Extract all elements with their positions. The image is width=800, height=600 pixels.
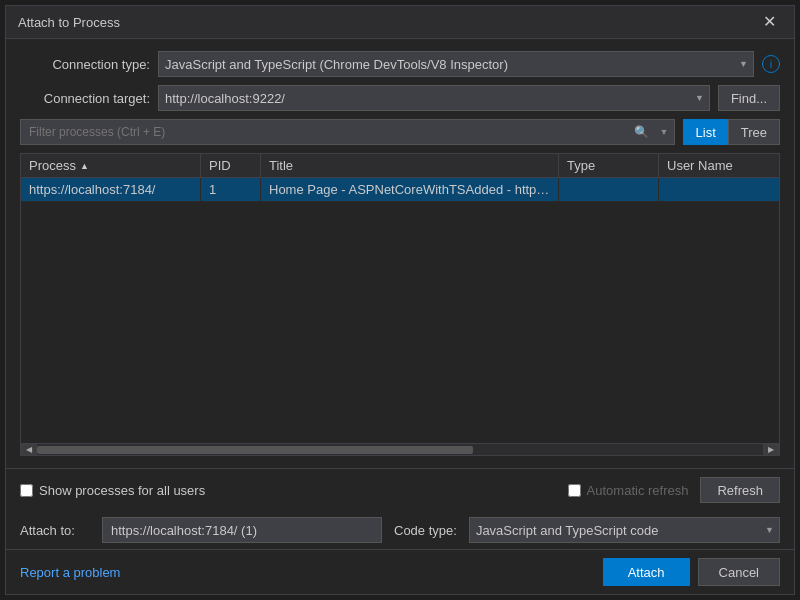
- refresh-button[interactable]: Refresh: [700, 477, 780, 503]
- attach-to-process-dialog: Attach to Process ✕ Connection type: Jav…: [5, 5, 795, 595]
- col-username: User Name: [659, 154, 779, 177]
- bottom-bar: Show processes for all users Automatic r…: [6, 468, 794, 511]
- horizontal-scrollbar: ◀ ▶: [21, 443, 779, 455]
- show-all-users-checkbox[interactable]: [20, 484, 33, 497]
- scroll-left-button[interactable]: ◀: [21, 444, 37, 456]
- cell-username: [659, 178, 779, 201]
- scroll-right-button[interactable]: ▶: [763, 444, 779, 456]
- connection-type-label: Connection type:: [20, 57, 150, 72]
- close-button[interactable]: ✕: [757, 12, 782, 32]
- find-button[interactable]: Find...: [718, 85, 780, 111]
- table-body: https://localhost:7184/ 1 Home Page - AS…: [21, 178, 779, 443]
- connection-target-select-wrapper: http://localhost:9222/: [158, 85, 710, 111]
- code-type-label: Code type:: [394, 523, 457, 538]
- cell-pid: 1: [201, 178, 261, 201]
- connection-type-select-wrapper: JavaScript and TypeScript (Chrome DevToo…: [158, 51, 754, 77]
- dialog-content: Connection type: JavaScript and TypeScri…: [6, 39, 794, 468]
- col-type: Type: [559, 154, 659, 177]
- cancel-button[interactable]: Cancel: [698, 558, 780, 586]
- view-buttons: List Tree: [683, 119, 780, 145]
- auto-refresh-checkbox[interactable]: [568, 484, 581, 497]
- col-pid: PID: [201, 154, 261, 177]
- show-all-users-wrapper: Show processes for all users: [20, 483, 205, 498]
- connection-type-select[interactable]: JavaScript and TypeScript (Chrome DevToo…: [158, 51, 754, 77]
- scrollbar-thumb: [37, 446, 473, 454]
- sort-ascending-icon: ▲: [80, 161, 89, 171]
- connection-target-row: Connection target: http://localhost:9222…: [20, 85, 780, 111]
- dialog-title: Attach to Process: [18, 15, 120, 30]
- search-icon: 🔍: [634, 125, 649, 139]
- footer: Report a problem Attach Cancel: [6, 549, 794, 594]
- list-view-button[interactable]: List: [683, 119, 728, 145]
- col-process: Process ▲: [21, 154, 201, 177]
- show-all-users-label: Show processes for all users: [39, 483, 205, 498]
- connection-target-select[interactable]: http://localhost:9222/: [158, 85, 710, 111]
- filter-view-row: 🔍 ▼ List Tree: [20, 119, 780, 145]
- code-type-select-wrapper: JavaScript and TypeScript code: [469, 517, 780, 543]
- info-icon[interactable]: i: [762, 55, 780, 73]
- cell-process: https://localhost:7184/: [21, 178, 201, 201]
- tree-view-button[interactable]: Tree: [728, 119, 780, 145]
- col-title: Title: [261, 154, 559, 177]
- cell-type: [559, 178, 659, 201]
- connection-target-label: Connection target:: [20, 91, 150, 106]
- scrollbar-track[interactable]: [37, 446, 763, 454]
- connection-type-row: Connection type: JavaScript and TypeScri…: [20, 51, 780, 77]
- attach-to-row: Attach to: Code type: JavaScript and Typ…: [6, 511, 794, 549]
- footer-buttons: Attach Cancel: [603, 558, 780, 586]
- table-row[interactable]: https://localhost:7184/ 1 Home Page - AS…: [21, 178, 779, 202]
- title-bar: Attach to Process ✕: [6, 6, 794, 39]
- code-type-select[interactable]: JavaScript and TypeScript code: [469, 517, 780, 543]
- table-header: Process ▲ PID Title Type User Name: [21, 154, 779, 178]
- filter-input[interactable]: [20, 119, 675, 145]
- auto-refresh-label: Automatic refresh: [587, 483, 689, 498]
- auto-refresh-wrapper: Automatic refresh: [568, 483, 689, 498]
- attach-to-label: Attach to:: [20, 523, 90, 538]
- filter-input-wrapper: 🔍 ▼: [20, 119, 675, 145]
- attach-to-input[interactable]: [102, 517, 382, 543]
- cell-title: Home Page - ASPNetCoreWithTSAdded - http…: [261, 178, 559, 201]
- chevron-down-icon: ▼: [660, 127, 669, 137]
- report-problem-link[interactable]: Report a problem: [20, 565, 120, 580]
- process-table: Process ▲ PID Title Type User Name h: [20, 153, 780, 456]
- attach-button[interactable]: Attach: [603, 558, 690, 586]
